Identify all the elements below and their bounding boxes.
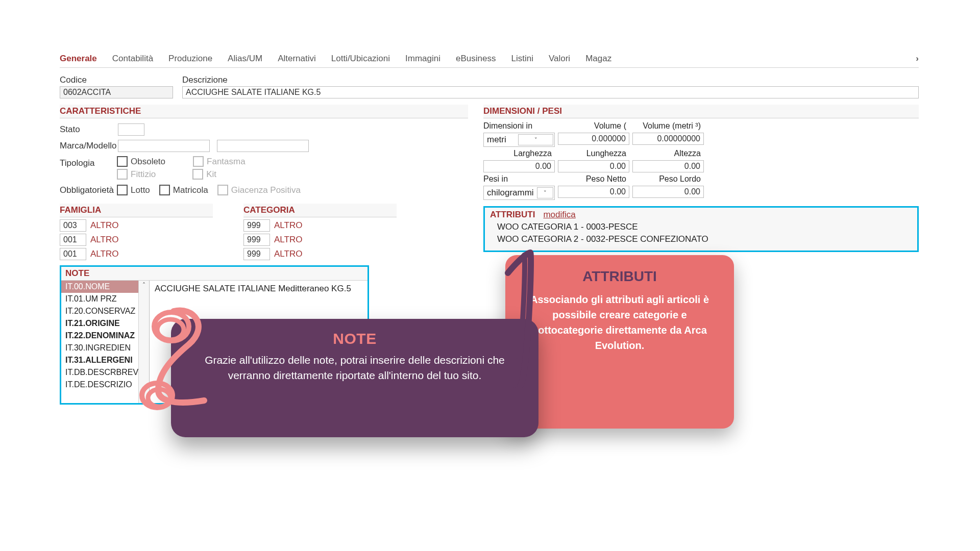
note-list-item[interactable]: IT.21.ORIGINE xyxy=(61,317,149,330)
tab-alias-um[interactable]: Alias/UM xyxy=(228,54,262,64)
tab-magaz[interactable]: Magaz xyxy=(585,54,611,64)
lunghezza-input[interactable] xyxy=(558,160,629,172)
marca-label: Marca/Modello xyxy=(60,141,111,151)
fittizio-label: Fittizio xyxy=(131,169,156,180)
peso-lordo-input[interactable] xyxy=(632,186,704,198)
famiglia-code-input[interactable] xyxy=(60,219,86,232)
famiglia-label: ALTRO xyxy=(90,249,118,259)
matricola-checkbox[interactable] xyxy=(159,185,170,195)
fittizio-checkbox[interactable] xyxy=(117,169,128,180)
callout-note: NOTE Grazie all'utilizzo delle note, pot… xyxy=(171,319,538,437)
chevron-down-icon: ˅ xyxy=(537,187,553,198)
volume-m3-input[interactable] xyxy=(632,133,704,145)
note-list-item[interactable]: IT.20.CONSERVAZ xyxy=(61,305,149,317)
pesi-in-label: Pesi in xyxy=(483,174,555,184)
fantasma-checkbox[interactable] xyxy=(193,156,204,167)
famiglia-code-input[interactable] xyxy=(60,248,86,260)
obbl-label: Obbligatorietà xyxy=(60,185,117,195)
attributi-panel: ATTRIBUTI modifica WOO CATEGORIA 1 - 000… xyxy=(483,206,919,252)
attributi-row: WOO CATEGORIA 2 - 0032-PESCE CONFEZIONAT… xyxy=(485,233,917,245)
tab-strip: Generale Contabilità Produzione Alias/UM… xyxy=(60,54,919,68)
categoria-code-input[interactable] xyxy=(243,248,270,260)
categoria-header: CATEGORIA xyxy=(243,204,397,217)
pesi-in-select[interactable]: chilogrammi ˅ xyxy=(483,186,555,200)
note-list-item[interactable]: IT.01.UM PRZ xyxy=(61,293,149,305)
kit-label: Kit xyxy=(206,169,216,180)
volume-label: Volume ( xyxy=(558,121,629,131)
peso-netto-input[interactable] xyxy=(558,186,629,198)
tab-produzione[interactable]: Produzione xyxy=(168,54,212,64)
tab-lotti[interactable]: Lotti/Ubicazioni xyxy=(331,54,390,64)
obsoleto-label: Obsoleto xyxy=(131,157,165,167)
attributi-modifica-link[interactable]: modifica xyxy=(543,210,575,220)
tab-valori[interactable]: Valori xyxy=(549,54,570,64)
note-list-item[interactable]: IT.DE.DESCRIZIO xyxy=(61,379,149,391)
callout-attributi: ATTRIBUTI Associando gli attributi agli … xyxy=(505,255,734,429)
tab-contabilita[interactable]: Contabilità xyxy=(112,54,153,64)
lotto-label: Lotto xyxy=(131,185,150,195)
dimensioni-in-label: Dimensioni in xyxy=(483,121,555,131)
callout-note-body: Grazie all'utilizzo delle note, potrai i… xyxy=(191,353,518,384)
stato-input[interactable] xyxy=(118,123,144,136)
categoria-label: ALTRO xyxy=(274,220,302,231)
codice-input[interactable] xyxy=(60,86,173,98)
tipologia-label: Tipologia xyxy=(60,156,117,168)
obsoleto-checkbox[interactable] xyxy=(117,156,128,167)
callout-attributi-body: Associando gli attributi agli articoli è… xyxy=(523,292,717,353)
chevron-down-icon: ˅ xyxy=(518,134,553,145)
callout-attributi-title: ATTRIBUTI xyxy=(523,268,717,285)
note-list[interactable]: IT.00.NOMEIT.01.UM PRZIT.20.CONSERVAZIT.… xyxy=(61,281,150,403)
modello-input[interactable] xyxy=(217,140,309,152)
famiglia-code-input[interactable] xyxy=(60,234,86,246)
tab-scroll-right[interactable]: › xyxy=(916,54,919,64)
attributi-header: ATTRIBUTI xyxy=(490,210,535,220)
note-header: NOTE xyxy=(61,267,368,281)
kit-checkbox[interactable] xyxy=(192,169,203,180)
callout-note-title: NOTE xyxy=(191,330,518,347)
dim-header: DIMENSIONI / PESI xyxy=(483,105,919,118)
larghezza-input[interactable] xyxy=(483,160,555,172)
tab-ebusiness[interactable]: eBusiness xyxy=(456,54,496,64)
note-list-item[interactable]: IT.30.INGREDIEN xyxy=(61,342,149,354)
tab-generale[interactable]: Generale xyxy=(60,54,97,64)
note-list-scrollbar[interactable]: ˄ xyxy=(138,281,149,403)
dimensioni-in-select[interactable]: metri ˅ xyxy=(483,133,555,147)
caratteristiche-header: CARATTERISTICHE xyxy=(60,105,468,118)
fantasma-label: Fantasma xyxy=(207,157,246,167)
altezza-input[interactable] xyxy=(632,160,704,172)
lotto-checkbox[interactable] xyxy=(117,185,128,195)
scroll-up-icon[interactable]: ˄ xyxy=(139,282,149,289)
famiglia-header: FAMIGLIA xyxy=(60,204,213,217)
altezza-label: Altezza xyxy=(632,149,704,158)
categoria-label: ALTRO xyxy=(274,235,302,245)
categoria-code-input[interactable] xyxy=(243,219,270,232)
giacenza-label: Giacenza Positiva xyxy=(231,185,301,195)
lunghezza-label: Lunghezza xyxy=(558,149,629,158)
volume-m3-label: Volume (metri ³) xyxy=(632,121,704,131)
categoria-code-input[interactable] xyxy=(243,234,270,246)
categoria-label: ALTRO xyxy=(274,249,302,259)
famiglia-label: ALTRO xyxy=(90,220,118,231)
tab-listini[interactable]: Listini xyxy=(511,54,533,64)
note-list-item[interactable]: IT.31.ALLERGENI xyxy=(61,354,149,366)
note-list-item[interactable]: IT.22.DENOMINAZ xyxy=(61,330,149,342)
giacenza-checkbox[interactable] xyxy=(217,185,228,195)
note-list-item[interactable]: IT.DB.DESCRBREV xyxy=(61,366,149,379)
peso-lordo-label: Peso Lordo xyxy=(632,174,704,184)
descrizione-input[interactable] xyxy=(182,86,919,98)
famiglia-label: ALTRO xyxy=(90,235,118,245)
attributi-row: WOO CATEGORIA 1 - 0003-PESCE xyxy=(485,221,917,233)
marca-input[interactable] xyxy=(118,140,210,152)
volume-input[interactable] xyxy=(558,133,629,145)
descrizione-label: Descrizione xyxy=(182,75,919,85)
codice-label: Codice xyxy=(60,75,173,85)
peso-netto-label: Peso Netto xyxy=(558,174,629,184)
tab-alternativi[interactable]: Alternativi xyxy=(278,54,316,64)
larghezza-label: Larghezza xyxy=(483,149,555,158)
stato-label: Stato xyxy=(60,124,111,135)
note-list-item[interactable]: IT.00.NOME xyxy=(61,281,149,293)
tab-immagini[interactable]: Immagini xyxy=(405,54,440,64)
matricola-label: Matricola xyxy=(173,185,208,195)
